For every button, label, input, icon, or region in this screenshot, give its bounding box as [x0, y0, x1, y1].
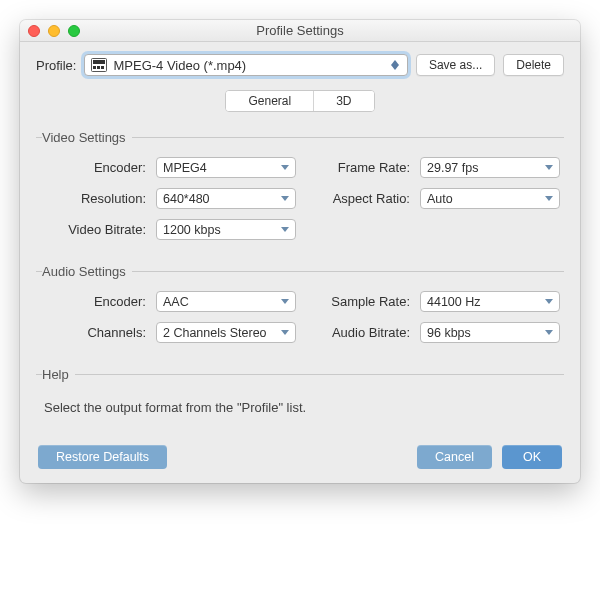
video-bitrate-label: Video Bitrate:	[42, 222, 150, 237]
content-area: Profile: MPEG-4 Video (*.mp4) Save as...…	[20, 42, 580, 483]
tab-3d[interactable]: 3D	[313, 91, 373, 111]
audio-encoder-select[interactable]: AAC	[156, 291, 296, 312]
svg-rect-2	[93, 66, 96, 69]
video-encoder-label: Encoder:	[42, 160, 150, 175]
zoom-icon[interactable]	[68, 25, 80, 37]
channels-label: Channels:	[42, 325, 150, 340]
video-bitrate-select[interactable]: 1200 kbps	[156, 219, 296, 240]
chevron-down-icon	[542, 323, 556, 342]
resolution-label: Resolution:	[42, 191, 150, 206]
frame-rate-value: 29.97 fps	[427, 161, 478, 175]
video-encoder-value: MPEG4	[163, 161, 207, 175]
ok-label: OK	[523, 450, 541, 464]
cancel-label: Cancel	[435, 450, 474, 464]
aspect-ratio-label: Aspect Ratio:	[302, 191, 414, 206]
titlebar: Profile Settings	[20, 20, 580, 42]
chevron-down-icon	[542, 189, 556, 208]
save-as-button[interactable]: Save as...	[416, 54, 495, 76]
help-group: Help Select the output format from the "…	[36, 367, 564, 433]
restore-defaults-button[interactable]: Restore Defaults	[38, 445, 167, 469]
frame-rate-label: Frame Rate:	[302, 160, 414, 175]
profile-settings-window: Profile Settings Profile: MPEG-4 Video (…	[20, 20, 580, 483]
audio-bitrate-select[interactable]: 96 kbps	[420, 322, 560, 343]
updown-arrows-icon	[387, 55, 403, 75]
audio-bitrate-label: Audio Bitrate:	[302, 325, 414, 340]
profile-row: Profile: MPEG-4 Video (*.mp4) Save as...…	[36, 54, 564, 76]
sample-rate-value: 44100 Hz	[427, 295, 481, 309]
chevron-down-icon	[278, 158, 292, 177]
channels-select[interactable]: 2 Channels Stereo	[156, 322, 296, 343]
audio-encoder-value: AAC	[163, 295, 189, 309]
video-settings-group: Video Settings Encoder: MPEG4 Frame Rate…	[36, 130, 564, 240]
help-text: Select the output format from the "Profi…	[36, 394, 564, 433]
chevron-down-icon	[278, 323, 292, 342]
video-settings-legend: Video Settings	[42, 130, 132, 145]
tab-general[interactable]: General	[226, 91, 313, 111]
sample-rate-select[interactable]: 44100 Hz	[420, 291, 560, 312]
chevron-down-icon	[278, 220, 292, 239]
help-legend: Help	[42, 367, 75, 382]
profile-label: Profile:	[36, 58, 76, 73]
delete-label: Delete	[516, 58, 551, 72]
tab-segmented-control: General 3D	[225, 90, 374, 112]
sample-rate-label: Sample Rate:	[302, 294, 414, 309]
audio-encoder-label: Encoder:	[42, 294, 150, 309]
resolution-select[interactable]: 640*480	[156, 188, 296, 209]
chevron-down-icon	[542, 158, 556, 177]
profile-selected-value: MPEG-4 Video (*.mp4)	[113, 58, 246, 73]
aspect-ratio-select[interactable]: Auto	[420, 188, 560, 209]
svg-rect-4	[101, 66, 104, 69]
minimize-icon[interactable]	[48, 25, 60, 37]
video-encoder-select[interactable]: MPEG4	[156, 157, 296, 178]
video-bitrate-value: 1200 kbps	[163, 223, 221, 237]
resolution-value: 640*480	[163, 192, 210, 206]
chevron-down-icon	[542, 292, 556, 311]
tab-bar: General 3D	[36, 90, 564, 112]
tab-general-label: General	[248, 94, 291, 108]
tab-3d-label: 3D	[336, 94, 351, 108]
audio-settings-legend: Audio Settings	[42, 264, 132, 279]
audio-settings-group: Audio Settings Encoder: AAC Sample Rate:…	[36, 264, 564, 343]
ok-button[interactable]: OK	[502, 445, 562, 469]
window-controls	[28, 25, 80, 37]
profile-select[interactable]: MPEG-4 Video (*.mp4)	[84, 54, 407, 76]
restore-defaults-label: Restore Defaults	[56, 450, 149, 464]
footer-buttons: Restore Defaults Cancel OK	[36, 445, 564, 469]
mp4-file-icon	[91, 58, 107, 72]
svg-rect-1	[93, 60, 105, 64]
window-title: Profile Settings	[20, 23, 580, 38]
save-as-label: Save as...	[429, 58, 482, 72]
chevron-down-icon	[278, 292, 292, 311]
channels-value: 2 Channels Stereo	[163, 326, 267, 340]
chevron-down-icon	[278, 189, 292, 208]
close-icon[interactable]	[28, 25, 40, 37]
delete-button[interactable]: Delete	[503, 54, 564, 76]
cancel-button[interactable]: Cancel	[417, 445, 492, 469]
aspect-ratio-value: Auto	[427, 192, 453, 206]
frame-rate-select[interactable]: 29.97 fps	[420, 157, 560, 178]
svg-rect-3	[97, 66, 100, 69]
audio-bitrate-value: 96 kbps	[427, 326, 471, 340]
